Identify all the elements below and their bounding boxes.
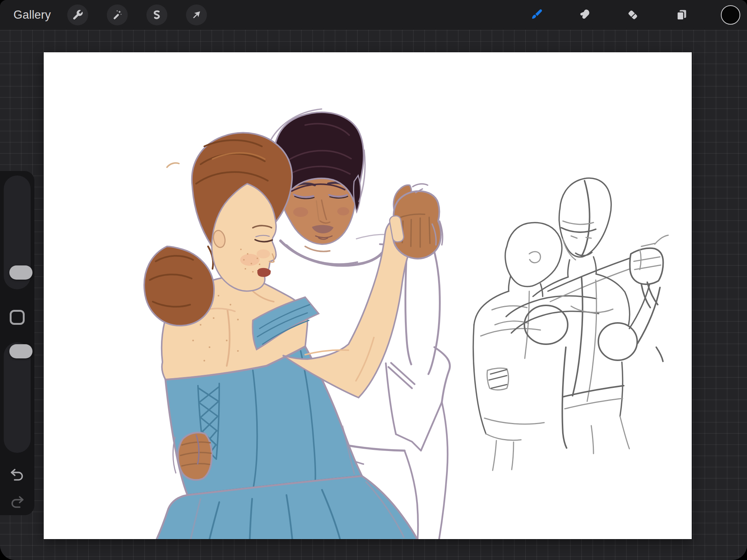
procreate-app: Gallery [0,0,747,560]
paint-tool-button[interactable] [526,4,547,25]
selection-s-icon [151,9,163,21]
opacity-slider[interactable] [4,342,31,453]
opacity-handle[interactable] [9,344,32,358]
wrench-icon [72,9,84,21]
redo-button[interactable] [9,494,26,511]
smudge-tool-button[interactable] [574,4,595,25]
pose-reference-sketch [473,178,668,470]
layers-button[interactable] [671,4,692,25]
eraser-icon [626,8,640,22]
canvas[interactable] [44,52,692,539]
artwork [44,52,692,539]
adjustments-button[interactable] [107,4,128,25]
erase-tool-button[interactable] [622,4,643,25]
brush-icon [530,8,544,22]
gallery-button[interactable]: Gallery [13,0,51,30]
hair-bun [144,246,214,326]
layers-icon [675,8,689,22]
undo-button[interactable] [9,466,26,483]
color-button[interactable] [720,4,741,25]
top-toolbar: Gallery [0,0,747,30]
brush-sidebar [0,171,34,515]
brush-size-handle[interactable] [9,265,32,280]
brush-size-slider[interactable] [4,175,31,289]
color-well [721,5,740,25]
transform-button[interactable] [186,4,207,25]
redo-icon [9,494,26,511]
magic-wand-icon [111,9,123,21]
modify-button[interactable] [10,310,25,325]
selection-button[interactable] [146,4,167,25]
clasped-hands [356,184,443,259]
smudge-icon [578,8,592,22]
transform-arrow-icon [190,9,202,21]
undo-icon [9,466,26,483]
actions-button[interactable] [67,4,88,25]
